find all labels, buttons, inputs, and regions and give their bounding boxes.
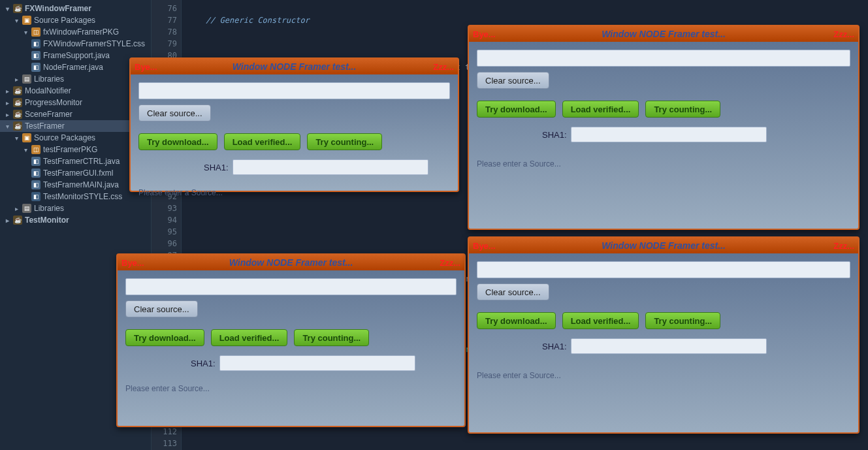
window-titlebar[interactable]: Bye... Window NODE Framer test... Zzz...	[131, 59, 458, 74]
status-text: Please enter a Source...	[477, 159, 850, 169]
tree-label: TestFramerMAIN.java	[43, 180, 119, 189]
framer-window[interactable]: Bye... Window NODE Framer test... Zzz...…	[116, 253, 466, 427]
tree-label: Source Packages	[34, 16, 95, 25]
folder-icon: ▣	[22, 133, 31, 142]
tree-toggle[interactable]: ▾	[22, 146, 29, 153]
tree-toggle[interactable]: ▾	[4, 5, 10, 12]
minimize-button[interactable]: Zzz...	[833, 29, 854, 39]
try-download-button[interactable]: Try download...	[138, 133, 217, 150]
source-input[interactable]	[477, 261, 850, 278]
try-download-button[interactable]: Try download...	[477, 101, 556, 118]
java-file-icon: ◧	[31, 180, 40, 189]
tree-toggle[interactable]: ▾	[13, 135, 20, 142]
tree-folder[interactable]: ▾▣Source Packages	[0, 132, 151, 144]
minimize-button[interactable]: Zzz...	[833, 241, 854, 251]
try-counting-button[interactable]: Try counting...	[307, 133, 382, 150]
load-verified-button[interactable]: Load verified...	[562, 101, 639, 118]
tree-toggle[interactable]: ▸	[13, 205, 20, 212]
project-icon: ☕	[13, 110, 22, 119]
minimize-button[interactable]: Zzz...	[440, 258, 460, 268]
project-icon: ☕	[13, 121, 22, 131]
project-icon: ☕	[13, 216, 22, 225]
tree-package[interactable]: ▾◫fxWindowFramerPKG	[0, 26, 151, 38]
tree-label: TestFramerGUI.fxml	[43, 169, 113, 178]
tree-file[interactable]: ◧TestMonitorSTYLE.css	[0, 191, 151, 202]
tree-toggle[interactable]: ▾	[22, 29, 29, 36]
clear-source-button[interactable]: Clear source...	[477, 72, 549, 89]
window-title: Window NODE Framer test...	[123, 257, 459, 268]
library-icon: ▤	[22, 74, 31, 84]
tree-file[interactable]: ◧FrameSupport.java	[0, 50, 151, 61]
tree-file[interactable]: ◧TestFramerMAIN.java	[0, 179, 151, 191]
tree-toggle[interactable]: ▸	[4, 111, 10, 118]
tree-toggle[interactable]: ▸	[13, 76, 20, 83]
project-icon: ☕	[13, 86, 22, 95]
window-titlebar[interactable]: Bye... Window NODE Framer test... Zzz...	[118, 255, 464, 270]
load-verified-button[interactable]: Load verified...	[562, 312, 639, 329]
sha1-label: SHA1:	[542, 342, 567, 351]
sha1-input[interactable]	[219, 355, 415, 371]
tree-toggle[interactable]: ▸	[4, 99, 10, 106]
tree-toggle[interactable]: ▾	[4, 123, 10, 130]
tree-package[interactable]: ▾◫testFramerPKG	[0, 144, 151, 155]
sha1-label: SHA1:	[204, 163, 229, 172]
tree-toggle[interactable]: ▾	[13, 17, 20, 24]
tree-label: Libraries	[34, 74, 64, 84]
tree-label: SceneFramer	[25, 110, 72, 119]
tree-toggle[interactable]: ▸	[4, 217, 10, 224]
source-input[interactable]	[138, 82, 450, 99]
css-file-icon: ◧	[31, 192, 40, 201]
source-input[interactable]	[125, 278, 457, 295]
tree-folder[interactable]: ▸▤Libraries	[0, 202, 151, 214]
status-text: Please enter a Source...	[477, 371, 850, 380]
clear-source-button[interactable]: Clear source...	[138, 104, 211, 121]
tree-label: NodeFramer.java	[43, 63, 103, 72]
load-verified-button[interactable]: Load verified...	[211, 329, 288, 346]
sha1-input[interactable]	[571, 338, 767, 354]
tree-project[interactable]: ▸☕ModalNotifier	[0, 85, 151, 97]
source-input[interactable]	[477, 50, 850, 67]
framer-window[interactable]: Bye... Window NODE Framer test... Zzz...…	[129, 57, 459, 192]
minimize-button[interactable]: Zzz...	[433, 62, 454, 72]
tree-label: FXWindowFramerSTYLE.css	[43, 39, 145, 48]
sha1-input[interactable]	[571, 127, 767, 142]
tree-label: TestMonitorSTYLE.css	[43, 192, 122, 201]
tree-toggle[interactable]: ▸	[4, 88, 10, 95]
tree-folder[interactable]: ▾▣Source Packages	[0, 14, 151, 26]
tree-file[interactable]: ◧TestFramerGUI.fxml	[0, 167, 151, 179]
tree-project[interactable]: ▸☕TestMonitor	[0, 214, 151, 226]
tree-folder[interactable]: ▸▤Libraries	[0, 73, 151, 85]
try-counting-button[interactable]: Try counting...	[645, 312, 720, 329]
load-verified-button[interactable]: Load verified...	[224, 133, 301, 150]
try-download-button[interactable]: Try download...	[125, 329, 204, 346]
close-button[interactable]: Bye...	[135, 62, 157, 72]
tree-label: FXWindowFramer	[25, 4, 91, 13]
tree-label: testFramerPKG	[43, 145, 97, 154]
project-icon: ☕	[13, 4, 22, 13]
sha1-label: SHA1:	[542, 130, 567, 140]
framer-window[interactable]: Bye... Window NODE Framer test... Zzz...…	[468, 25, 860, 230]
tree-project[interactable]: ▸☕ProgressMonitor	[0, 97, 151, 108]
tree-project[interactable]: ▸☕SceneFramer	[0, 108, 151, 120]
sha1-input[interactable]	[233, 159, 428, 175]
tree-file[interactable]: ◧FXWindowFramerSTYLE.css	[0, 38, 151, 50]
close-button[interactable]: Bye...	[473, 241, 496, 251]
close-button[interactable]: Bye...	[121, 258, 144, 268]
window-titlebar[interactable]: Bye... Window NODE Framer test... Zzz...	[469, 26, 858, 42]
clear-source-button[interactable]: Clear source...	[477, 283, 549, 300]
tree-project[interactable]: ▾☕FXWindowFramer	[0, 3, 151, 14]
close-button[interactable]: Bye...	[473, 29, 496, 39]
framer-window[interactable]: Bye... Window NODE Framer test... Zzz...…	[468, 236, 860, 434]
try-download-button[interactable]: Try download...	[477, 312, 556, 329]
try-counting-button[interactable]: Try counting...	[294, 329, 369, 346]
java-file-icon: ◧	[31, 51, 40, 60]
tree-file[interactable]: ◧NodeFramer.java	[0, 61, 151, 73]
clear-source-button[interactable]: Clear source...	[125, 300, 198, 317]
tree-project[interactable]: ▾☕TestFramer	[0, 120, 151, 132]
tree-label: ModalNotifier	[25, 86, 71, 95]
tree-file[interactable]: ◧TestFramerCTRL.java	[0, 155, 151, 167]
package-icon: ◫	[31, 145, 40, 154]
package-icon: ◫	[31, 27, 40, 37]
window-titlebar[interactable]: Bye... Window NODE Framer test... Zzz...	[469, 238, 858, 253]
try-counting-button[interactable]: Try counting...	[645, 101, 720, 118]
